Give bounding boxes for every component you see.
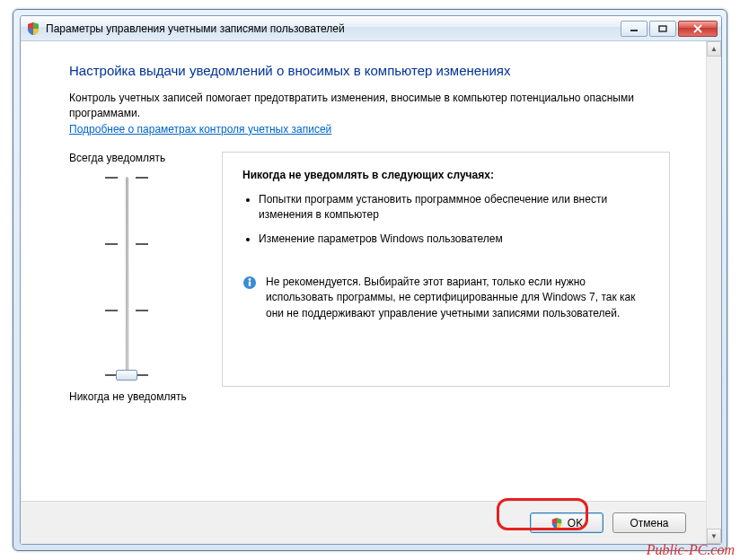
scroll-up-button[interactable]: ▲ — [707, 41, 721, 57]
dialog-footer: OK Отмена — [21, 501, 706, 544]
client-area: Настройка выдачи уведомлений о вносимых … — [21, 41, 721, 544]
page-heading: Настройка выдачи уведомлений о вносимых … — [69, 63, 670, 78]
window-title: Параметры управления учетными записями п… — [46, 22, 619, 35]
svg-rect-1 — [659, 26, 666, 31]
slider-bottom-label: Никогда не уведомлять — [69, 390, 222, 403]
info-title: Никогда не уведомлять в следующих случая… — [242, 169, 649, 181]
maximize-button[interactable] — [649, 21, 676, 37]
close-button[interactable] — [678, 21, 718, 37]
window-outer-frame: Параметры управления учетными записями п… — [13, 9, 727, 551]
info-panel: Никогда не уведомлять в следующих случая… — [222, 152, 670, 387]
minimize-button[interactable] — [621, 21, 648, 37]
watermark: Public-PC.com — [647, 542, 735, 558]
svg-rect-0 — [630, 30, 638, 31]
shield-icon — [26, 22, 40, 36]
recommendation-text: Не рекомендуется. Выбирайте этот вариант… — [266, 275, 649, 321]
cancel-button-label: Отмена — [630, 517, 668, 529]
content-area: Настройка выдачи уведомлений о вносимых … — [21, 41, 706, 544]
slider-top-label: Всегда уведомлять — [69, 152, 222, 164]
info-icon — [242, 276, 257, 290]
slider-track-line — [126, 177, 128, 378]
shield-icon — [551, 517, 563, 529]
ok-button[interactable]: OK — [530, 512, 603, 533]
dialog-window: Параметры управления учетными записями п… — [20, 15, 722, 545]
slider-thumb[interactable] — [116, 370, 137, 381]
info-bullet: Попытки программ установить программное … — [259, 192, 649, 223]
svg-point-3 — [249, 278, 251, 281]
titlebar[interactable]: Параметры управления учетными записями п… — [21, 16, 721, 41]
learn-more-link[interactable]: Подробнее о параметрах контроля учетных … — [69, 123, 331, 136]
info-bullet: Изменение параметров Windows пользовател… — [259, 232, 649, 247]
uac-slider[interactable] — [100, 171, 154, 383]
ok-button-label: OK — [568, 517, 583, 529]
cancel-button[interactable]: Отмена — [612, 512, 686, 533]
vertical-scrollbar[interactable]: ▲ ▼ — [706, 41, 721, 544]
svg-rect-4 — [249, 281, 251, 286]
page-intro: Контроль учетных записей помогает предот… — [69, 91, 670, 121]
